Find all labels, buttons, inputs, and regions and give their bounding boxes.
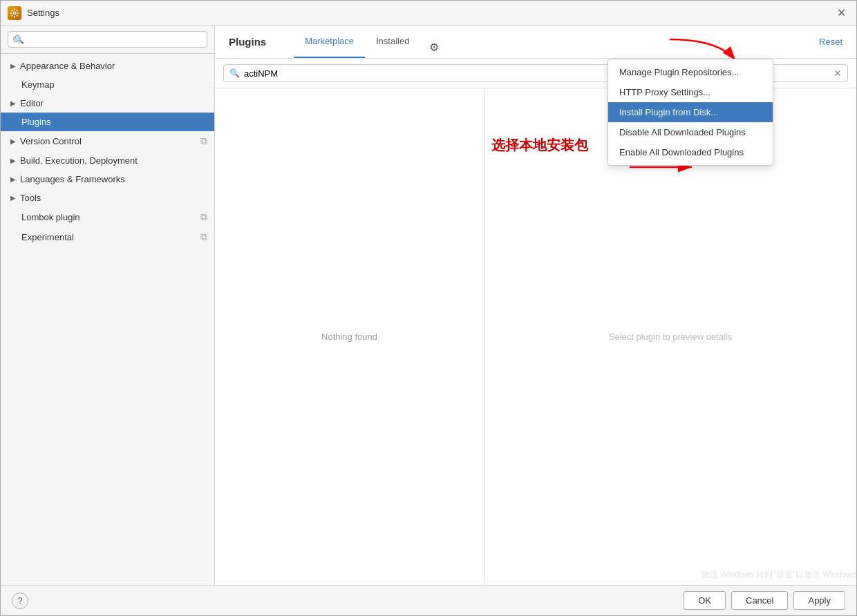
sidebar-item-plugins[interactable]: Plugins — [1, 113, 214, 131]
chevron-icon: ▶ — [10, 175, 16, 183]
dropdown-item-disable-all[interactable]: Disable All Downloaded Plugins — [608, 122, 773, 142]
copy-icon: ⧉ — [200, 231, 207, 243]
sidebar: ▶ Appearance & Behavior Keymap ▶ Editor … — [1, 26, 215, 585]
chevron-icon: ▶ — [10, 99, 16, 107]
titlebar-title: Settings — [27, 8, 59, 18]
sidebar-item-label: Appearance & Behavior — [20, 61, 115, 71]
main-header: Plugins Marketplace Installed ⚙ Reset — [215, 26, 856, 59]
sidebar-item-appearance[interactable]: ▶ Appearance & Behavior — [1, 57, 214, 75]
tab-marketplace[interactable]: Marketplace — [294, 26, 365, 58]
gear-button[interactable]: ⚙ — [423, 36, 445, 58]
sidebar-item-tools[interactable]: ▶ Tools — [1, 189, 214, 207]
sidebar-item-experimental[interactable]: Experimental ⧉ — [1, 227, 214, 247]
nothing-found-text: Nothing found — [321, 331, 377, 342]
dropdown-item-manage-repos[interactable]: Manage Plugin Repositories... — [608, 62, 773, 82]
apply-button[interactable]: Apply — [793, 591, 845, 610]
sidebar-item-label: Build, Execution, Deployment — [20, 155, 138, 166]
sidebar-item-editor[interactable]: ▶ Editor — [1, 94, 214, 113]
dropdown-item-install-disk[interactable]: Install Plugin from Disk... — [608, 102, 773, 122]
copy-icon: ⧉ — [200, 211, 207, 223]
tabs: Marketplace Installed ⚙ — [294, 26, 445, 58]
content-area: ▶ Appearance & Behavior Keymap ▶ Editor … — [1, 26, 856, 585]
chevron-icon: ▶ — [10, 194, 16, 202]
settings-window: Settings ✕ ▶ Appearance & Behavior Keyma… — [0, 0, 857, 616]
copy-icon: ⧉ — [200, 135, 207, 147]
plugin-list: Nothing found — [215, 88, 484, 585]
sidebar-nav: ▶ Appearance & Behavior Keymap ▶ Editor … — [1, 54, 214, 585]
sidebar-item-label: Languages & Frameworks — [20, 174, 125, 184]
sidebar-item-label: Lombok plugin — [21, 212, 80, 222]
sidebar-search-area — [1, 26, 214, 54]
dropdown-menu: Manage Plugin Repositories... HTTP Proxy… — [608, 59, 773, 166]
dropdown-item-http-proxy[interactable]: HTTP Proxy Settings... — [608, 82, 773, 102]
titlebar: Settings ✕ — [1, 1, 856, 26]
titlebar-left: Settings — [8, 6, 59, 20]
close-button[interactable]: ✕ — [833, 5, 849, 21]
sidebar-item-version-control[interactable]: ▶ Version Control ⧉ — [1, 131, 214, 151]
reset-button[interactable]: Reset — [819, 37, 842, 47]
sidebar-item-label: Plugins — [21, 117, 51, 127]
sidebar-item-build[interactable]: ▶ Build, Execution, Deployment — [1, 151, 214, 170]
chevron-icon: ▶ — [10, 62, 16, 70]
sidebar-item-label: Editor — [20, 98, 44, 108]
page-title: Plugins — [229, 36, 266, 48]
sidebar-item-label: Version Control — [20, 136, 82, 146]
sidebar-search-input[interactable] — [8, 31, 207, 48]
ok-button[interactable]: OK — [684, 591, 726, 610]
search-icon: 🔍 — [229, 68, 240, 78]
main-panel: Plugins Marketplace Installed ⚙ Reset 🔍 — [215, 26, 856, 585]
sidebar-item-languages[interactable]: ▶ Languages & Frameworks — [1, 170, 214, 189]
app-icon — [8, 6, 21, 20]
sidebar-item-label: Keymap — [21, 79, 55, 90]
tab-installed[interactable]: Installed — [365, 26, 420, 58]
sidebar-item-keymap[interactable]: Keymap — [1, 75, 214, 94]
cancel-button[interactable]: Cancel — [731, 591, 788, 610]
sidebar-item-label: Experimental — [21, 232, 74, 242]
dropdown-item-enable-all[interactable]: Enable All Downloaded Plugins — [608, 142, 773, 162]
sidebar-item-lombok[interactable]: Lombok plugin ⧉ — [1, 207, 214, 227]
sidebar-item-label: Tools — [20, 193, 41, 203]
chevron-icon: ▶ — [10, 157, 16, 164]
clear-search-icon[interactable]: ✕ — [834, 68, 842, 79]
svg-point-0 — [13, 12, 16, 15]
help-button[interactable]: ? — [12, 593, 28, 609]
chevron-icon: ▶ — [10, 137, 16, 145]
footer: ? OK Cancel Apply — [1, 585, 856, 615]
select-plugin-text: Select plugin to preview details — [609, 331, 733, 342]
